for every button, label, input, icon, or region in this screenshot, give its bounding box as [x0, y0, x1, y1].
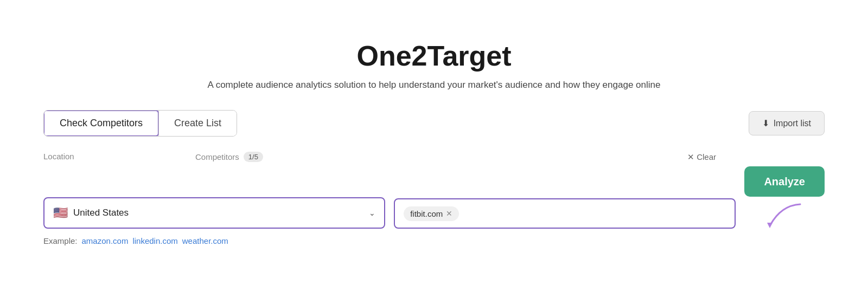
location-value: United States: [73, 208, 129, 218]
us-flag-icon: 🇺🇸: [53, 206, 68, 220]
competitor-tag: fitbit.com ✕: [404, 206, 459, 221]
examples-row: Example: amazon.com linkedin.com weather…: [43, 236, 825, 245]
example-link-amazon[interactable]: amazon.com: [82, 236, 129, 245]
clear-button[interactable]: ✕ Clear: [687, 152, 716, 162]
example-link-weather[interactable]: weather.com: [182, 236, 228, 245]
page-subtitle: A complete audience analytics solution t…: [208, 80, 661, 90]
clear-x-icon: ✕: [687, 152, 694, 162]
location-dropdown[interactable]: 🇺🇸 United States ⌄: [43, 197, 385, 229]
location-label: Location: [43, 152, 74, 161]
page-title: One2Target: [356, 40, 511, 72]
analyze-button[interactable]: Analyze: [744, 166, 825, 197]
import-list-button[interactable]: ⬇ Import list: [749, 111, 825, 135]
svg-marker-0: [767, 223, 773, 228]
form-labels: Location Competitors 1/5 ✕ Clear: [43, 152, 825, 162]
clear-label: Clear: [697, 152, 716, 161]
competitors-label-cell: Competitors 1/5 ✕ Clear: [195, 152, 716, 162]
example-link-linkedin[interactable]: linkedin.com: [132, 236, 177, 245]
chevron-down-icon: ⌄: [369, 209, 375, 217]
arrow-icon: [760, 199, 808, 229]
input-row: 🇺🇸 United States ⌄ fitbit.com ✕ Analyze: [43, 166, 825, 229]
location-label-cell: Location: [43, 152, 184, 162]
tab-check-competitors[interactable]: Check Competitors: [43, 110, 159, 137]
competitors-input[interactable]: fitbit.com ✕: [394, 198, 736, 229]
competitors-label-wrap: Competitors 1/5: [195, 152, 263, 162]
tab-create-list[interactable]: Create List: [158, 111, 237, 136]
analyze-section: Analyze: [744, 166, 825, 229]
right-placeholder: [727, 152, 825, 162]
import-label: Import list: [774, 119, 811, 128]
tab-group: Check Competitors Create List: [43, 110, 237, 137]
competitors-badge: 1/5: [244, 152, 263, 162]
toolbar: Check Competitors Create List ⬇ Import l…: [43, 110, 825, 137]
competitors-label: Competitors: [195, 152, 239, 161]
tag-value: fitbit.com: [410, 209, 443, 218]
import-icon: ⬇: [762, 118, 769, 128]
example-label: Example:: [43, 236, 78, 245]
tag-remove-icon[interactable]: ✕: [446, 209, 452, 218]
